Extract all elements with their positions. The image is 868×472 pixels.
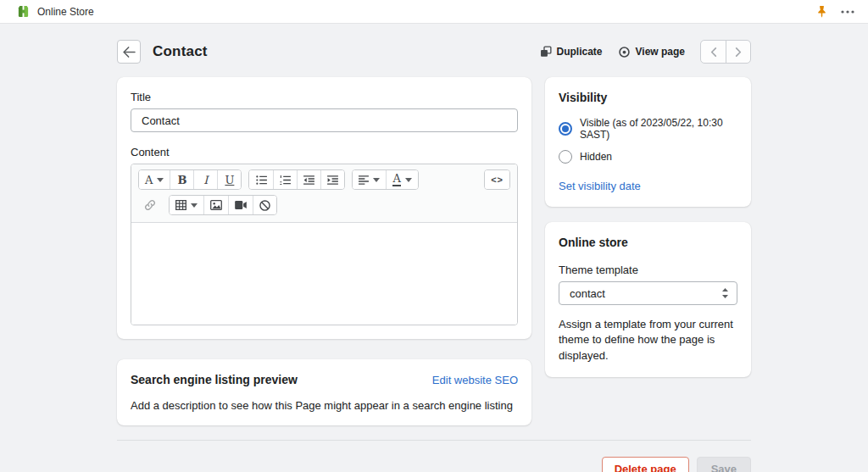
- chevron-right-icon: [735, 47, 742, 57]
- content-textarea[interactable]: [131, 223, 517, 325]
- pin-icon[interactable]: [816, 6, 827, 18]
- title-input[interactable]: [131, 108, 518, 132]
- indent-button[interactable]: [320, 170, 344, 189]
- radio-selected-icon[interactable]: [559, 122, 572, 136]
- radio-unselected-icon[interactable]: [559, 150, 572, 164]
- page-footer-actions: Delete page Save: [117, 440, 751, 472]
- select-updown-icon: [721, 288, 729, 298]
- outdent-button[interactable]: [297, 170, 320, 189]
- video-icon: [235, 201, 247, 209]
- insert-table-dropdown-button[interactable]: [170, 196, 203, 214]
- seo-card-title: Search engine listing preview: [131, 373, 298, 386]
- view-page-button[interactable]: View page: [618, 46, 685, 58]
- image-icon: [210, 200, 222, 210]
- visibility-option-visible[interactable]: Visible (as of 2023/05/22, 10:30 SAST): [559, 117, 737, 141]
- theme-template-select[interactable]: contact: [559, 281, 737, 305]
- online-store-card-title: Online store: [559, 236, 737, 249]
- theme-template-label: Theme template: [559, 264, 737, 276]
- delete-page-button[interactable]: Delete page: [602, 457, 689, 472]
- insert-image-button[interactable]: [203, 196, 228, 214]
- ban-icon: [259, 200, 270, 211]
- back-button[interactable]: [117, 40, 141, 64]
- alignment-dropdown-button[interactable]: [353, 170, 386, 189]
- chevron-left-icon: [710, 47, 717, 57]
- align-left-icon: [359, 175, 369, 185]
- code-view-button[interactable]: <>: [485, 170, 509, 189]
- bulleted-list-button[interactable]: [249, 170, 273, 189]
- page-pagination: [700, 40, 751, 64]
- bulleted-list-icon: [256, 175, 267, 185]
- next-page-button[interactable]: [726, 41, 750, 63]
- duplicate-button[interactable]: Duplicate: [540, 46, 603, 58]
- rich-text-editor: A B I: [131, 164, 518, 325]
- outdent-icon: [303, 175, 314, 185]
- edit-website-seo-link[interactable]: Edit website SEO: [432, 374, 518, 386]
- page-header: Contact Duplicate View pa: [117, 40, 751, 64]
- table-icon: [175, 200, 186, 210]
- eye-icon: [618, 46, 631, 58]
- bold-button[interactable]: B: [170, 170, 193, 189]
- app-topbar: Online Store: [0, 0, 868, 24]
- insert-link-button[interactable]: [138, 196, 162, 214]
- caret-down-icon: [157, 178, 164, 182]
- online-store-logo-icon: [17, 5, 30, 18]
- theme-template-description: Assign a template from your current them…: [559, 317, 737, 364]
- seo-description: Add a description to see how this Page m…: [131, 399, 518, 412]
- theme-template-value: contact: [570, 287, 605, 300]
- caret-down-icon: [191, 203, 198, 208]
- caret-down-icon: [405, 178, 412, 182]
- text-color-dropdown-button[interactable]: A: [386, 170, 417, 189]
- seo-card: Search engine listing preview Edit websi…: [117, 359, 531, 425]
- visibility-card-title: Visibility: [559, 91, 737, 104]
- indent-icon: [327, 175, 338, 185]
- editor-toolbar: A B I: [131, 164, 517, 223]
- caret-down-icon: [373, 178, 380, 182]
- link-icon: [144, 199, 156, 211]
- visibility-card: Visibility Visible (as of 2023/05/22, 10…: [545, 77, 751, 207]
- content-label: Content: [131, 146, 518, 158]
- numbered-list-button[interactable]: [273, 170, 297, 189]
- title-label: Title: [131, 91, 518, 103]
- underline-button[interactable]: U: [217, 170, 241, 189]
- page-edit-card: Title Content A: [117, 77, 531, 339]
- page-container: Contact Duplicate View pa: [117, 40, 751, 472]
- numbered-list-icon: [280, 175, 291, 185]
- clear-formatting-button[interactable]: [253, 196, 276, 214]
- overflow-menu-icon[interactable]: [841, 10, 854, 14]
- text-style-dropdown-button[interactable]: A: [139, 170, 170, 189]
- arrow-left-icon: [123, 47, 136, 58]
- italic-button[interactable]: I: [193, 170, 217, 189]
- save-button[interactable]: Save: [697, 457, 751, 472]
- topbar-app[interactable]: Online Store: [17, 5, 94, 18]
- previous-page-button[interactable]: [701, 41, 726, 63]
- online-store-card: Online store Theme template contact Assi…: [545, 222, 751, 377]
- page-title: Contact: [153, 43, 208, 60]
- visibility-option-hidden[interactable]: Hidden: [559, 150, 737, 164]
- duplicate-icon: [540, 46, 552, 58]
- insert-video-button[interactable]: [228, 196, 253, 214]
- app-title: Online Store: [37, 6, 94, 18]
- set-visibility-date-link[interactable]: Set visibility date: [559, 180, 641, 192]
